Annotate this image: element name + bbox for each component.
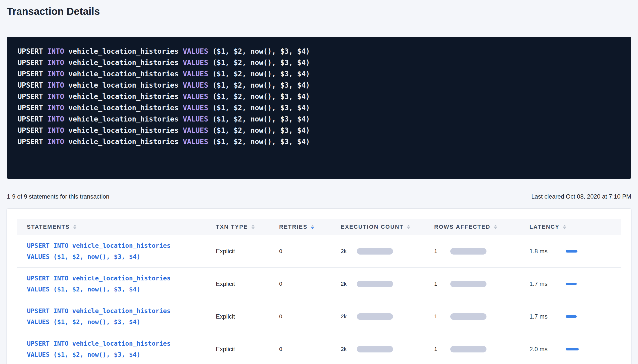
table-row: UPSERT INTO vehicle_location_histories V…: [17, 268, 621, 300]
page-title: Transaction Details: [7, 5, 631, 17]
rows-affected-value: 1: [434, 248, 450, 255]
sort-down-icon: [563, 227, 566, 229]
column-header[interactable]: EXECUTION COUNT: [341, 224, 434, 230]
statement-line-1: UPSERT INTO vehicle_location_histories: [27, 338, 216, 349]
column-header-label: LATENCY: [529, 224, 560, 230]
sql-keyword: INTO: [47, 68, 64, 80]
rows-affected-cell: 1: [434, 313, 529, 320]
execution-count-value: 2k: [341, 248, 357, 255]
rows-affected-cell: 1: [434, 281, 529, 287]
statement-link[interactable]: UPSERT INTO vehicle_location_histories V…: [27, 273, 216, 295]
sql-table-name: vehicle_location_histories: [68, 125, 178, 136]
statement-cell: UPSERT INTO vehicle_location_histories V…: [27, 273, 216, 295]
rows-affected-value: 1: [434, 313, 450, 320]
sql-keyword: VALUES: [183, 136, 208, 147]
sql-keyword: VALUES: [183, 113, 208, 125]
latency-value: 1.7 ms: [529, 280, 565, 287]
execution-count-cell: 2k: [341, 248, 434, 255]
statement-line-2: VALUES ($1, $2, now(), $3, $4): [27, 251, 216, 262]
sql-keyword: UPSERT: [18, 80, 43, 91]
sql-keyword: UPSERT: [18, 113, 43, 125]
execution-count-value: 2k: [341, 313, 357, 320]
statement-line-1: UPSERT INTO vehicle_location_histories: [27, 306, 216, 317]
retries-cell: 0: [279, 346, 341, 352]
retries-cell: 0: [279, 313, 341, 320]
statement-link[interactable]: UPSERT INTO vehicle_location_histories V…: [27, 338, 216, 360]
sql-keyword: VALUES: [183, 68, 208, 80]
execution-count-cell: 2k: [341, 281, 434, 287]
latency-bar: [566, 283, 577, 285]
latency-value: 2.0 ms: [529, 346, 565, 353]
sql-statement-line: UPSERT INTO vehicle_location_histories V…: [18, 68, 621, 80]
rows-affected-bar: [450, 248, 486, 255]
rows-affected-bar: [450, 346, 486, 352]
latency-bar-chart: [565, 281, 577, 286]
column-header[interactable]: TXN TYPE: [216, 224, 279, 230]
sql-keyword: UPSERT: [18, 46, 43, 57]
statement-link[interactable]: UPSERT INTO vehicle_location_histories V…: [27, 306, 216, 328]
execution-count-cell: 2k: [341, 346, 434, 352]
statement-line-2: VALUES ($1, $2, now(), $3, $4): [27, 284, 216, 295]
sql-keyword: UPSERT: [18, 57, 43, 68]
column-header[interactable]: LATENCY: [529, 224, 611, 230]
sort-up-icon: [73, 225, 76, 226]
sql-keyword: VALUES: [183, 91, 208, 102]
column-header[interactable]: ROWS AFFECTED: [434, 224, 529, 230]
sql-table-name: vehicle_location_histories: [68, 113, 178, 125]
txn-type-cell: Explicit: [216, 248, 279, 255]
sql-table-name: vehicle_location_histories: [68, 91, 178, 102]
sql-arguments: ($1, $2, now(), $3, $4): [212, 68, 310, 80]
latency-bar-chart: [565, 347, 579, 352]
retries-cell: 0: [279, 248, 341, 255]
sql-arguments: ($1, $2, now(), $3, $4): [212, 102, 310, 113]
sort-down-icon: [311, 227, 314, 229]
column-header[interactable]: STATEMENTS: [27, 224, 216, 230]
sort-up-icon: [252, 225, 255, 226]
execution-count-bar: [357, 281, 393, 287]
rows-affected-value: 1: [434, 281, 450, 287]
latency-cell: 1.8 ms: [529, 248, 611, 255]
sort-up-icon: [494, 225, 497, 226]
txn-type-cell: Explicit: [216, 280, 279, 287]
sql-arguments: ($1, $2, now(), $3, $4): [212, 57, 310, 68]
statement-line-2: VALUES ($1, $2, now(), $3, $4): [27, 349, 216, 360]
column-header[interactable]: RETRIES: [279, 224, 341, 230]
transaction-details-page: Transaction Details UPSERT INTO vehicle_…: [0, 0, 638, 364]
statement-line-2: VALUES ($1, $2, now(), $3, $4): [27, 317, 216, 328]
table-row: UPSERT INTO vehicle_location_histories V…: [17, 300, 621, 333]
latency-cell: 1.7 ms: [529, 280, 611, 287]
column-header-label: ROWS AFFECTED: [434, 224, 490, 230]
sql-statements-box: UPSERT INTO vehicle_location_histories V…: [7, 37, 631, 179]
rows-affected-cell: 1: [434, 346, 529, 352]
sql-table-name: vehicle_location_histories: [68, 46, 178, 57]
sql-keyword: INTO: [47, 136, 64, 147]
column-header-label: TXN TYPE: [216, 224, 248, 230]
latency-value: 1.8 ms: [529, 248, 565, 255]
rows-affected-cell: 1: [434, 248, 529, 255]
execution-count-bar: [357, 248, 393, 255]
latency-cell: 1.7 ms: [529, 313, 611, 320]
last-cleared-text: Last cleared Oct 08, 2020 at 7:10 PM: [531, 193, 631, 200]
rows-affected-value: 1: [434, 346, 450, 352]
statement-link[interactable]: UPSERT INTO vehicle_location_histories V…: [27, 240, 216, 262]
sql-keyword: VALUES: [183, 80, 208, 91]
rows-affected-bar: [450, 281, 486, 287]
sort-down-icon: [252, 227, 255, 229]
sort-arrows-icon: [407, 225, 410, 229]
sql-table-name: vehicle_location_histories: [68, 80, 178, 91]
sort-arrows-icon: [73, 225, 76, 229]
sql-statement-line: UPSERT INTO vehicle_location_histories V…: [18, 125, 621, 136]
latency-axis-tick: [565, 347, 565, 352]
sql-arguments: ($1, $2, now(), $3, $4): [212, 80, 310, 91]
statements-count-text: 1-9 of 9 statements for this transaction: [7, 193, 109, 200]
sql-arguments: ($1, $2, now(), $3, $4): [212, 113, 310, 125]
statement-line-1: UPSERT INTO vehicle_location_histories: [27, 240, 216, 251]
column-header-label: EXECUTION COUNT: [341, 224, 404, 230]
latency-bar: [566, 315, 577, 318]
sql-keyword: INTO: [47, 46, 64, 57]
sql-table-name: vehicle_location_histories: [68, 68, 178, 80]
sql-keyword: INTO: [47, 57, 64, 68]
latency-bar-chart: [565, 249, 577, 254]
sql-keyword: UPSERT: [18, 136, 43, 147]
sql-statement-line: UPSERT INTO vehicle_location_histories V…: [18, 46, 621, 57]
